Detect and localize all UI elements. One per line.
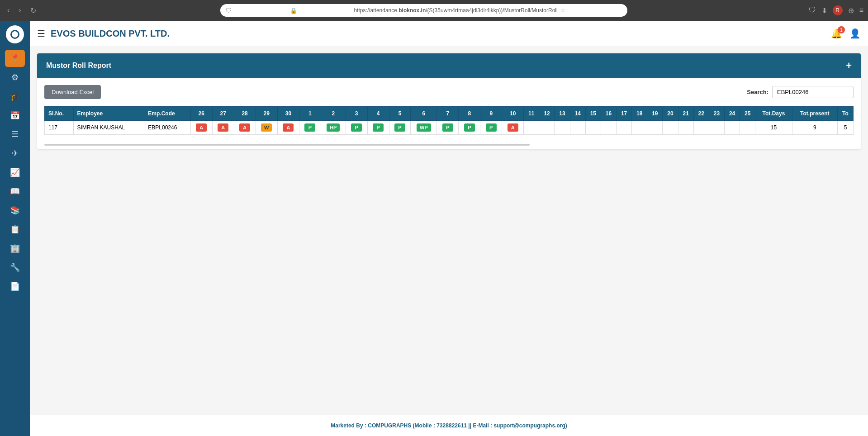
col-11: 11: [524, 107, 539, 121]
col-1: 1: [299, 107, 321, 121]
star-icon[interactable]: ☆: [560, 7, 622, 14]
main-area: ☰ EVOS BUILDCON PVT. LTD. 🔔 1 👤 Mustor R…: [30, 21, 868, 436]
col-19: 19: [647, 107, 663, 121]
add-report-button[interactable]: +: [846, 60, 852, 71]
profile-icon[interactable]: R: [833, 5, 843, 15]
col-to: To: [837, 107, 853, 121]
hamburger-menu-button[interactable]: ☰: [37, 28, 45, 39]
col-18: 18: [632, 107, 647, 121]
building-icon: 🏢: [10, 243, 20, 253]
notification-badge: 1: [838, 26, 845, 33]
cell-tot-present: 9: [792, 121, 837, 135]
location-pin-icon: 📍: [10, 53, 20, 63]
cell-d10: A: [502, 121, 524, 135]
sidebar-item-layers[interactable]: 📚: [5, 202, 25, 219]
back-button[interactable]: ‹: [5, 5, 12, 16]
sidebar-item-list[interactable]: ☰: [5, 126, 25, 143]
browser-menu-icon[interactable]: ≡: [859, 6, 863, 14]
col-26: 26: [190, 107, 212, 121]
col-14: 14: [570, 107, 585, 121]
cell-d4: P: [367, 121, 389, 135]
table-row: 117SIMRAN KAUSHALEBPL00246AAAWAPHPPPPWPP…: [45, 121, 854, 135]
col-9: 9: [480, 107, 502, 121]
sidebar-item-clipboard[interactable]: 📋: [5, 221, 25, 238]
footer-text: Marketed By : COMPUGRAPHS (Mobile : 7328…: [331, 422, 567, 429]
cell-employee: SIMRAN KAUSHAL: [73, 121, 144, 135]
address-bar[interactable]: 🛡 🔒 https://attendance.bioknox.in/(S(35u…: [220, 4, 627, 17]
cell-d24: [725, 121, 740, 135]
cell-d12: [539, 121, 555, 135]
cell-d7: P: [437, 121, 459, 135]
col-sl-no: Sl.No.: [45, 107, 74, 121]
report-title: Mustor Roll Report: [46, 62, 111, 70]
calendar-icon: 📅: [10, 110, 20, 120]
report-card: Mustor Roll Report + Download Excel Sear…: [37, 53, 861, 149]
cell-tot-days: 15: [755, 121, 792, 135]
cell-d9: P: [480, 121, 502, 135]
wrench-icon: 🔧: [10, 262, 20, 272]
cell-d29: W: [256, 121, 277, 135]
cell-d18: [632, 121, 647, 135]
sidebar-item-flights[interactable]: ✈: [5, 145, 25, 162]
search-input[interactable]: [772, 86, 854, 98]
download-manager-icon[interactable]: ⬇: [821, 6, 827, 15]
company-name: EVOS BUILDCON PVT. LTD.: [51, 28, 825, 39]
scroll-bar-area: [37, 142, 861, 149]
sidebar-item-settings[interactable]: ⚙: [5, 69, 25, 86]
col-16: 16: [601, 107, 616, 121]
col-tot-days: Tot.Days: [755, 107, 792, 121]
chart-icon: 📈: [10, 167, 20, 177]
sidebar-item-tools[interactable]: 🔧: [5, 259, 25, 276]
page-content: Mustor Roll Report + Download Excel Sear…: [30, 46, 868, 415]
horizontal-scrollbar[interactable]: [44, 144, 530, 146]
cell-d17: [617, 121, 632, 135]
sidebar-item-building[interactable]: 🏢: [5, 240, 25, 257]
app-layout: 📍 ⚙ 🎓 📅 ☰ ✈ 📈 📖 📚 📋 🏢: [0, 21, 868, 436]
sidebar-item-education[interactable]: 🎓: [5, 88, 25, 105]
col-30: 30: [278, 107, 299, 121]
cell-d5: P: [389, 121, 411, 135]
download-excel-button[interactable]: Download Excel: [44, 85, 101, 99]
sidebar-item-book[interactable]: 📖: [5, 183, 25, 200]
col-21: 21: [678, 107, 693, 121]
col-27: 27: [212, 107, 234, 121]
sidebar: 📍 ⚙ 🎓 📅 ☰ ✈ 📈 📖 📚 📋 🏢: [0, 21, 30, 436]
cell-d8: P: [459, 121, 480, 135]
cell-d25: [740, 121, 755, 135]
search-area: Search:: [747, 86, 854, 98]
col-23: 23: [709, 107, 724, 121]
sidebar-item-calendar[interactable]: 📅: [5, 107, 25, 124]
plane-icon: ✈: [12, 148, 19, 158]
report-header: Mustor Roll Report +: [37, 53, 861, 78]
cell-d1: P: [299, 121, 321, 135]
extensions-icon[interactable]: 🛡: [809, 6, 816, 14]
col-5: 5: [389, 107, 411, 121]
refresh-button[interactable]: ↻: [28, 5, 39, 17]
list-icon: ☰: [11, 129, 19, 139]
col-emp-code: Emp.Code: [144, 107, 190, 121]
cell-sl-no: 117: [45, 121, 74, 135]
cell-d26: A: [190, 121, 212, 135]
col-6: 6: [411, 107, 437, 121]
share-extension-icon[interactable]: ⊕: [848, 6, 854, 15]
footer: Marketed By : COMPUGRAPHS (Mobile : 7328…: [30, 415, 868, 436]
col-17: 17: [617, 107, 632, 121]
cell-d15: [585, 121, 601, 135]
sidebar-item-documents[interactable]: 📄: [5, 278, 25, 295]
user-profile-icon[interactable]: 👤: [849, 28, 861, 39]
cell-emp-code: EBPL00246: [144, 121, 190, 135]
sidebar-item-dashboard[interactable]: 📍: [5, 50, 25, 67]
app-logo[interactable]: [6, 25, 24, 43]
forward-button[interactable]: ›: [16, 5, 24, 16]
search-label: Search:: [747, 89, 768, 95]
cell-d11: [524, 121, 539, 135]
col-20: 20: [663, 107, 678, 121]
browser-chrome: ‹ › ↻ 🛡 🔒 https://attendance.bioknox.in/…: [0, 0, 868, 21]
cell-d23: [709, 121, 724, 135]
notification-bell[interactable]: 🔔 1: [831, 28, 842, 39]
sidebar-item-analytics[interactable]: 📈: [5, 164, 25, 181]
cell-d27: A: [212, 121, 234, 135]
shield-icon: 🛡: [226, 7, 287, 14]
col-8: 8: [459, 107, 480, 121]
gear-icon: ⚙: [11, 72, 19, 82]
